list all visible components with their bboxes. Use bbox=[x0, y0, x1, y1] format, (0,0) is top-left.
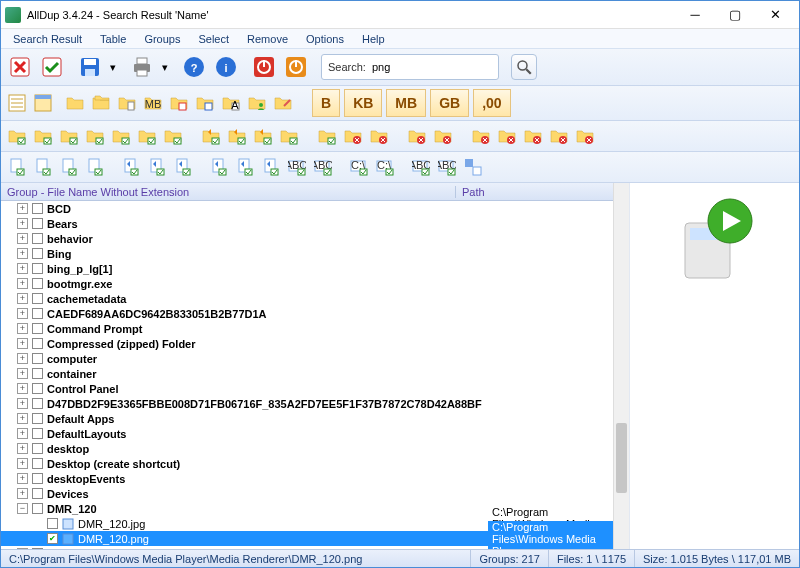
expand-icon[interactable]: + bbox=[17, 323, 28, 334]
expand-icon[interactable]: + bbox=[17, 473, 28, 484]
folder-action-0[interactable] bbox=[5, 124, 29, 148]
checkbox[interactable] bbox=[32, 218, 43, 229]
folder-action-1[interactable] bbox=[31, 124, 55, 148]
folder-del-3[interactable] bbox=[431, 124, 455, 148]
expand-icon[interactable]: + bbox=[17, 398, 28, 409]
file-action-6[interactable] bbox=[171, 155, 195, 179]
file-action-5[interactable] bbox=[145, 155, 169, 179]
expand-icon[interactable]: + bbox=[17, 353, 28, 364]
tree-group[interactable]: +DefaultLayouts bbox=[1, 426, 613, 441]
tree-group[interactable]: +D47DBD2F9E3365FBBE008D71FB06716F_835A2F… bbox=[1, 396, 613, 411]
delete-checked-button[interactable] bbox=[37, 52, 67, 82]
tree-group[interactable]: +Compressed (zipped) Folder bbox=[1, 336, 613, 351]
folder-doc-icon[interactable] bbox=[115, 91, 139, 115]
folder-link-icon[interactable] bbox=[271, 91, 295, 115]
invert-selection[interactable] bbox=[461, 155, 485, 179]
checkbox[interactable] bbox=[32, 203, 43, 214]
folder-action-5[interactable] bbox=[135, 124, 159, 148]
power-red-button[interactable] bbox=[249, 52, 279, 82]
expand-icon[interactable]: + bbox=[17, 263, 28, 274]
checkbox[interactable] bbox=[32, 323, 43, 334]
tree-group[interactable]: +BCD bbox=[1, 201, 613, 216]
checkbox[interactable] bbox=[32, 383, 43, 394]
folder-del-6[interactable] bbox=[521, 124, 545, 148]
tree-group[interactable]: +Bing bbox=[1, 246, 613, 261]
checkbox[interactable] bbox=[47, 518, 58, 529]
unit-gb-button[interactable]: GB bbox=[430, 89, 469, 117]
tree-group[interactable]: +bootmgr.exe bbox=[1, 276, 613, 291]
tree-group[interactable]: +Command Prompt bbox=[1, 321, 613, 336]
col-path[interactable]: Path bbox=[456, 186, 613, 198]
file-action-4[interactable] bbox=[119, 155, 143, 179]
folder-action-6[interactable] bbox=[161, 124, 185, 148]
checkbox[interactable] bbox=[32, 353, 43, 364]
folder-action-4[interactable] bbox=[109, 124, 133, 148]
folder-action-7[interactable] bbox=[199, 124, 223, 148]
checkbox[interactable] bbox=[32, 473, 43, 484]
print-dropdown[interactable]: ▾ bbox=[159, 55, 171, 79]
folder-del-5[interactable] bbox=[495, 124, 519, 148]
checkbox[interactable] bbox=[47, 533, 58, 544]
folder-cal-icon[interactable] bbox=[167, 91, 191, 115]
expand-icon[interactable]: + bbox=[17, 338, 28, 349]
tree-group[interactable]: +Bears bbox=[1, 216, 613, 231]
tree-group[interactable]: +container bbox=[1, 366, 613, 381]
sort-2[interactable]: C:\ bbox=[347, 155, 371, 179]
folder-del-8[interactable] bbox=[573, 124, 597, 148]
checkbox[interactable] bbox=[32, 368, 43, 379]
folder-action-3[interactable] bbox=[83, 124, 107, 148]
file-action-3[interactable] bbox=[83, 155, 107, 179]
tree-group[interactable]: +bing_p_lg[1] bbox=[1, 261, 613, 276]
menu-table[interactable]: Table bbox=[92, 31, 134, 47]
expand-icon[interactable]: + bbox=[17, 443, 28, 454]
folder-action-9[interactable] bbox=[251, 124, 275, 148]
expand-icon[interactable]: + bbox=[17, 203, 28, 214]
tree-group[interactable]: +CAEDF689AA6DC9642B833051B2B77D1A bbox=[1, 306, 613, 321]
folder-del-4[interactable] bbox=[469, 124, 493, 148]
folder-grid-icon[interactable] bbox=[193, 91, 217, 115]
collapse-icon[interactable]: − bbox=[17, 503, 28, 514]
unit-mb-button[interactable]: MB bbox=[386, 89, 426, 117]
tree-group[interactable]: +Devices bbox=[1, 486, 613, 501]
unit-kb-button[interactable]: KB bbox=[344, 89, 382, 117]
expand-icon[interactable]: + bbox=[17, 308, 28, 319]
unit-dec-button[interactable]: ,00 bbox=[473, 89, 510, 117]
file-action-7[interactable] bbox=[207, 155, 231, 179]
tree-group[interactable]: +desktopEvents bbox=[1, 471, 613, 486]
checkbox[interactable] bbox=[32, 338, 43, 349]
col-group[interactable]: Group - File Name Without Extension bbox=[1, 186, 456, 198]
file-action-2[interactable] bbox=[57, 155, 81, 179]
folder-action-8[interactable] bbox=[225, 124, 249, 148]
print-button[interactable] bbox=[127, 52, 157, 82]
expand-icon[interactable]: + bbox=[17, 428, 28, 439]
file-action-0[interactable] bbox=[5, 155, 29, 179]
sort-1[interactable]: ABC bbox=[311, 155, 335, 179]
power-orange-button[interactable] bbox=[281, 52, 311, 82]
expand-icon[interactable]: + bbox=[17, 248, 28, 259]
tree-group[interactable]: +Desktop (create shortcut) bbox=[1, 456, 613, 471]
info-button[interactable]: i bbox=[211, 52, 241, 82]
tree-group[interactable]: +Control Panel bbox=[1, 381, 613, 396]
menu-select[interactable]: Select bbox=[190, 31, 237, 47]
file-action-9[interactable] bbox=[259, 155, 283, 179]
checkbox[interactable] bbox=[32, 278, 43, 289]
folder-user-icon[interactable] bbox=[245, 91, 269, 115]
menu-help[interactable]: Help bbox=[354, 31, 393, 47]
expand-icon[interactable]: + bbox=[17, 233, 28, 244]
view-list-icon[interactable] bbox=[5, 91, 29, 115]
search-go-button[interactable] bbox=[511, 54, 537, 80]
folder-action-10[interactable] bbox=[277, 124, 301, 148]
checkbox[interactable] bbox=[32, 293, 43, 304]
maximize-button[interactable]: ▢ bbox=[715, 3, 755, 27]
expand-icon[interactable]: + bbox=[17, 278, 28, 289]
checkbox[interactable] bbox=[32, 248, 43, 259]
folder-del-1[interactable] bbox=[367, 124, 391, 148]
file-action-1[interactable] bbox=[31, 155, 55, 179]
folder-multi-icon[interactable] bbox=[89, 91, 113, 115]
sort-3[interactable]: C:\ bbox=[373, 155, 397, 179]
expand-icon[interactable]: + bbox=[17, 488, 28, 499]
menu-search-result[interactable]: Search Result bbox=[5, 31, 90, 47]
save-dropdown[interactable]: ▾ bbox=[107, 55, 119, 79]
folder-mb-icon[interactable]: MB bbox=[141, 91, 165, 115]
minimize-button[interactable]: ─ bbox=[675, 3, 715, 27]
